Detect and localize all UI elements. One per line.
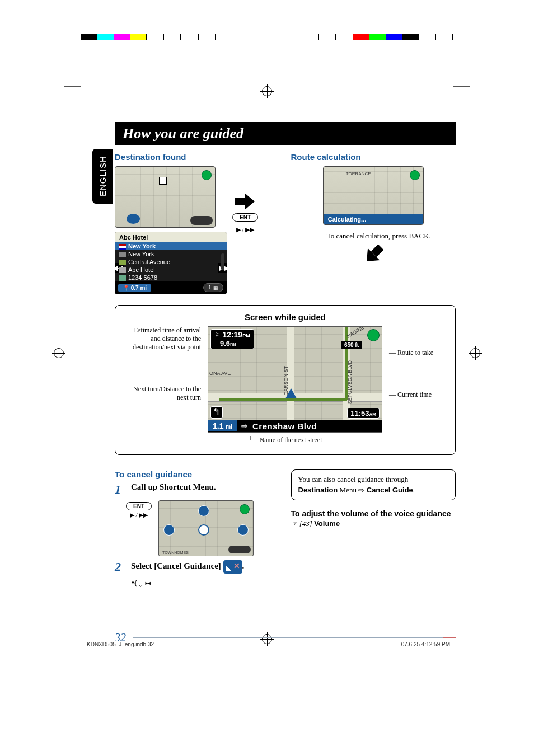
hotel-icon (119, 267, 126, 273)
arrow-right-icon (235, 193, 256, 210)
current-time-display: 11:53AM (347, 408, 380, 419)
destination-marker-icon (159, 177, 167, 185)
phone-icon (119, 275, 126, 281)
softkey-pill: ⤴▦ (203, 283, 223, 292)
info-line-phone: 1234 5678 (115, 274, 227, 281)
guided-screen-box: Screen while guided Estimated time of ar… (115, 305, 456, 455)
registration-mark-icon (54, 348, 64, 358)
callout-next-turn: Next turn/Distance to the next turn (125, 385, 201, 402)
info-card-title: Abc Hotel (115, 232, 227, 242)
cancel-calculation-note: To cancel calculation, press BACK. (302, 232, 456, 241)
page-rule (133, 637, 456, 638)
city-icon (119, 252, 126, 257)
softkey-icon (228, 546, 251, 553)
step-number-2: 2 (115, 560, 121, 574)
color-bar-right (318, 34, 453, 40)
language-tab: ENGLISH (92, 149, 113, 204)
turn-distance: 1.1 mi (208, 420, 237, 431)
map-text-townhomes: TOWNHOMES (162, 551, 189, 555)
map-calculating-thumbnail: TORRANCE Calculating... (323, 166, 424, 225)
footer-filename: KDNXD505_J_eng.indb 32 (87, 641, 154, 647)
turn-direction-icon (210, 406, 223, 419)
map-street-carson: CARSON ST (283, 366, 289, 396)
step-2-text: Select [Cancel Guidance] . (131, 560, 244, 574)
calculating-status: Calculating... (324, 214, 423, 224)
callout-route: — Route to take (389, 349, 445, 357)
volume-reference: ☞ [43] Volume (291, 519, 456, 528)
arrow-down-icon (360, 241, 387, 268)
destination-info-card: ▮◀◀ ▶▶▮ Abc Hotel New York New York Cent… (115, 232, 227, 294)
heading-cancel-guidance: To cancel guidance (115, 469, 280, 479)
footer-timestamp: 07.6.25 4:12:59 PM (401, 641, 450, 647)
map-text-torrance: TORRANCE (346, 171, 371, 176)
shortcut-center-icon (198, 524, 209, 536)
callout-next-street-name: └─ Name of the next street (125, 436, 445, 444)
map-street-sepulveda: SEPULVEDA BLVD (347, 360, 353, 404)
compass-icon (202, 170, 212, 180)
next-street-name: Crenshaw Blvd (252, 421, 317, 431)
map-street-ona: ONA AVE (209, 370, 231, 376)
route-icon: ⤴ (208, 285, 211, 290)
callout-eta: Estimated time of arrival and distance t… (125, 326, 201, 351)
road-icon (119, 260, 126, 265)
crop-mark (453, 647, 470, 664)
play-nav-glyph: ▶ / ▶▶ (126, 511, 152, 519)
step-1-text: Call up Shortcut Menu. (131, 482, 216, 492)
guided-box-title: Screen while guided (125, 312, 445, 322)
compass-icon (410, 170, 420, 180)
info-line-city: New York (115, 250, 227, 258)
registration-mark-icon (262, 86, 272, 96)
flag-icon (119, 244, 126, 250)
map-destination-thumbnail (115, 166, 216, 228)
next-arrow-icon: ⇨ (241, 421, 248, 430)
position-marker-icon (127, 214, 140, 224)
shortcut-icon (198, 505, 209, 516)
callout-current-time: — Current time (389, 391, 445, 399)
heading-destination-found: Destination found (115, 152, 280, 162)
distance-badge: 📍 0.7 mi (118, 284, 151, 292)
color-bar-left (81, 34, 216, 40)
ent-button[interactable]: ENT (126, 502, 152, 510)
cancel-guidance-callout: You can also cancel guidance through Des… (291, 469, 456, 500)
pointer-icon: ☞ (291, 519, 298, 528)
crop-mark (453, 70, 470, 87)
guided-map-screenshot: ⚐ 12:19PM 9.6mi 650 ft ONA AVE CARSON ST… (208, 326, 382, 433)
step-number-1: 1 (115, 482, 121, 497)
scrollbar-icon (221, 253, 224, 270)
map-scale: 650 ft (341, 341, 362, 349)
info-line-country: New York (115, 242, 227, 250)
info-line-name: Abc Hotel (115, 266, 227, 274)
map-icon: ▦ (213, 285, 218, 290)
shortcut-icon (237, 524, 249, 536)
shortcut-menu-screenshot: TOWNHOMES (158, 500, 254, 556)
crop-mark (64, 70, 81, 87)
softkey-icon (190, 216, 213, 225)
route-line (219, 398, 347, 401)
page-title: How you are guided (115, 122, 456, 145)
via-flag-icon: ⚐ (214, 331, 221, 339)
shortcut-icon (163, 524, 175, 536)
cancel-guidance-icon (223, 560, 242, 574)
info-line-street: Central Avenue (115, 258, 227, 266)
registration-mark-icon (470, 348, 480, 358)
eta-display: ⚐ 12:19PM 9.6mi (210, 329, 254, 349)
play-nav-glyph: ▶ / ▶▶ (236, 226, 255, 233)
ent-button[interactable]: ENT (232, 213, 258, 222)
heading-route-calculation: Route calculation (291, 152, 456, 162)
jog-dial-icon: •⦅ ⌄ ▸◂ (132, 579, 151, 588)
heading-adjust-volume: To adjust the volume of the voice guidan… (291, 509, 456, 518)
crop-mark (64, 647, 81, 664)
compass-icon (240, 504, 250, 514)
